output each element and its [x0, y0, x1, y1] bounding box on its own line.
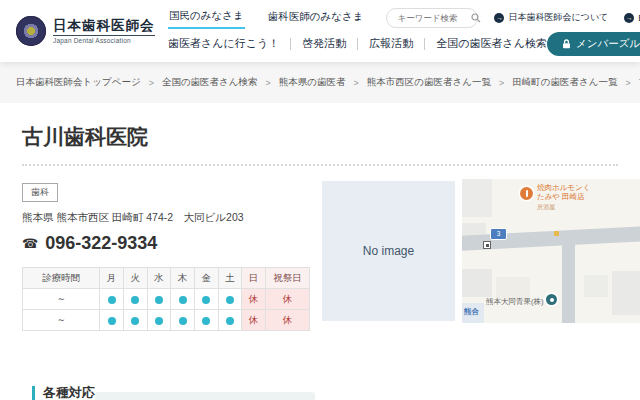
- schedule-cell: [100, 289, 124, 310]
- breadcrumb-separator: >: [149, 78, 154, 88]
- schedule-cell: 休: [242, 289, 266, 310]
- map-area-label: 熊合: [464, 307, 479, 317]
- breadcrumb-item-3[interactable]: 熊本市西区の歯医者さん一覧: [367, 76, 491, 89]
- nav-item-1[interactable]: 啓発活動: [302, 36, 346, 51]
- schedule-cell: [147, 310, 171, 331]
- breadcrumb-separator: >: [625, 78, 630, 88]
- schedule-cell: 休: [242, 310, 266, 331]
- open-dot-icon: [155, 317, 163, 325]
- site-logo[interactable]: 日本歯科医師会 Japan Dental Association: [16, 16, 156, 46]
- schedule-cell: [123, 289, 147, 310]
- main-content: 古川歯科医院 歯科 熊本県 熊本市西区 田崎町 474-2 大同ビル203 ☎ …: [0, 103, 640, 400]
- schedule-time-cell: ～: [23, 289, 100, 310]
- schedule-cell: [194, 310, 218, 331]
- clinic-info: 歯科 熊本県 熊本市西区 田崎町 474-2 大同ビル203 ☎ 096-322…: [22, 181, 310, 331]
- schedule-table: 診療時間月火水木金土日祝祭日 ～休休～休休: [22, 267, 310, 331]
- company-label[interactable]: 熊本大同青果(株): [486, 297, 544, 307]
- logo-subtitle: Japan Dental Association: [53, 35, 155, 44]
- clinic-phone: ☎ 096-322-9334: [22, 233, 310, 254]
- schedule-cell: [171, 310, 195, 331]
- traffic-signal-icon: [554, 231, 559, 236]
- breadcrumb-separator: >: [499, 78, 504, 88]
- search-box[interactable]: [386, 8, 478, 28]
- schedule-body: ～休休～休休: [23, 289, 310, 331]
- route-badge: 3: [490, 228, 507, 240]
- map[interactable]: 3 焼肉ホルモンく たみや 田崎店 居酒屋 熊本大同青果(株) 熊合: [462, 179, 640, 323]
- breadcrumb-item-4[interactable]: 田崎町の歯医者さん一覧: [512, 76, 617, 89]
- open-dot-icon: [179, 296, 187, 304]
- schedule-header-row: 診療時間月火水木金土日祝祭日: [23, 268, 310, 289]
- open-dot-icon: [155, 296, 163, 304]
- phone-icon: ☎: [22, 236, 38, 251]
- utility-link-1[interactable]: →ENGLISH: [624, 13, 640, 23]
- schedule-cell: [123, 310, 147, 331]
- schedule-cell: [194, 289, 218, 310]
- lock-icon: [562, 39, 571, 49]
- arrow-circle-icon: →: [624, 13, 634, 23]
- utility-link-label: 日本歯科医師会について: [508, 11, 608, 24]
- nav-item-0[interactable]: 歯医者さんに行こう！: [168, 36, 279, 51]
- nav-separator: [357, 38, 358, 50]
- restaurant-label[interactable]: 焼肉ホルモンく たみや 田崎店: [537, 183, 590, 202]
- schedule-row-0: ～休休: [23, 289, 310, 310]
- schedule-col-header: 日: [242, 268, 266, 289]
- header-tabs: 国民のみなさま歯科医師のみなさま: [168, 7, 386, 29]
- section-accent-bar: [32, 386, 35, 400]
- nav-item-2[interactable]: 広報活動: [369, 36, 413, 51]
- section-title: 各種対応: [43, 384, 95, 400]
- open-dot-icon: [108, 296, 116, 304]
- schedule-cell: [147, 289, 171, 310]
- schedule-col-header: 火: [123, 268, 147, 289]
- schedule-col-header: 祝祭日: [265, 268, 309, 289]
- open-dot-icon: [226, 317, 234, 325]
- schedule-col-header: 木: [171, 268, 195, 289]
- breadcrumb-item-0[interactable]: 日本歯科医師会トップページ: [16, 76, 141, 89]
- breadcrumb-item-1[interactable]: 全国の歯医者さん検索: [162, 76, 258, 89]
- members-room-button[interactable]: メンバーズルーム: [547, 32, 640, 56]
- open-dot-icon: [131, 296, 139, 304]
- logo-title: 日本歯科医師会: [53, 18, 155, 35]
- page-title: 古川歯科医院: [22, 123, 640, 151]
- breadcrumb-separator: >: [354, 78, 359, 88]
- utility-link-0[interactable]: →日本歯科医師会について: [494, 11, 608, 24]
- restaurant-category: 居酒屋: [537, 203, 555, 212]
- schedule-cell: [218, 289, 242, 310]
- nav-item-3[interactable]: 全国の歯医者さん検索: [436, 36, 547, 51]
- map-road-vertical: [562, 239, 575, 323]
- divider: [22, 164, 618, 166]
- map-building: [462, 269, 492, 297]
- schedule-cell: 休: [265, 289, 309, 310]
- jda-emblem-icon: [16, 16, 46, 46]
- restaurant-marker-icon[interactable]: [520, 187, 533, 200]
- open-dot-icon: [108, 317, 116, 325]
- schedule-col-header: 金: [194, 268, 218, 289]
- open-dot-icon: [226, 296, 234, 304]
- search-input[interactable]: [395, 12, 469, 24]
- header-tab-0[interactable]: 国民のみなさま: [168, 7, 245, 29]
- schedule-col-header: 診療時間: [23, 268, 100, 289]
- company-marker-icon[interactable]: [546, 294, 557, 305]
- schedule-col-header: 水: [147, 268, 171, 289]
- schedule-cell: [171, 289, 195, 310]
- clinic-address: 熊本県 熊本市西区 田崎町 474-2 大同ビル203: [22, 211, 310, 225]
- map-building: [462, 179, 492, 217]
- category-tag: 歯科: [22, 183, 58, 202]
- breadcrumb-item-2[interactable]: 熊本県の歯医者: [279, 76, 346, 89]
- no-image-placeholder: No image: [322, 181, 455, 321]
- open-dot-icon: [179, 317, 187, 325]
- bus-stop-icon[interactable]: [483, 241, 491, 249]
- map-building: [612, 271, 640, 315]
- schedule-row-1: ～休休: [23, 310, 310, 331]
- schedule-cell: [218, 310, 242, 331]
- arrow-circle-icon: →: [494, 13, 504, 23]
- map-building: [584, 275, 608, 297]
- header-nav: 歯医者さんに行こう！啓発活動広報活動全国の歯医者さん検索: [168, 36, 547, 51]
- schedule-cell: [100, 310, 124, 331]
- nav-separator: [290, 38, 291, 50]
- header-tab-1[interactable]: 歯科医師のみなさま: [267, 8, 365, 28]
- schedule-time-cell: ～: [23, 310, 100, 331]
- breadcrumb-separator: >: [266, 78, 271, 88]
- schedule-cell: 休: [265, 310, 309, 331]
- partial-bottom-box: [95, 392, 315, 400]
- open-dot-icon: [202, 317, 210, 325]
